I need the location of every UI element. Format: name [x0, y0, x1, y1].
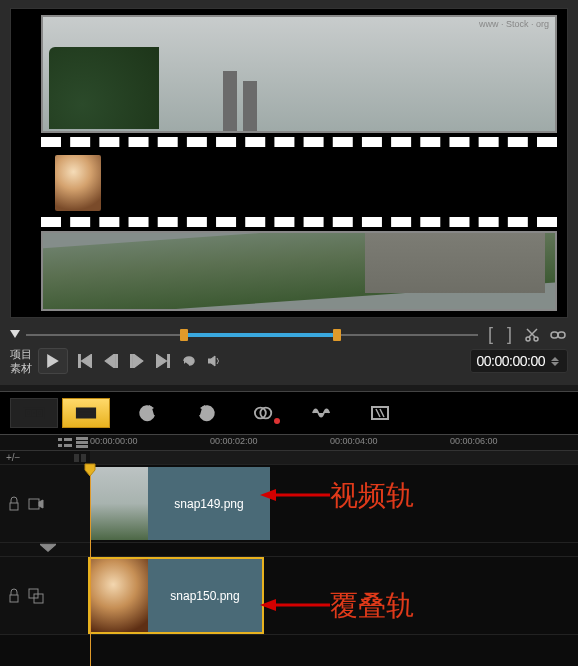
annotation-arrow	[260, 485, 330, 505]
playhead-marker-icon[interactable]	[10, 330, 20, 340]
play-button[interactable]	[38, 348, 68, 374]
project-mode-label[interactable]: 项目	[10, 347, 32, 361]
track-lock-icon[interactable]	[6, 496, 22, 512]
svg-marker-7	[105, 354, 114, 368]
svg-rect-2	[551, 332, 558, 338]
ruler-tick: 00:00:06:00	[450, 436, 498, 446]
zoom-tracks-icon[interactable]	[76, 437, 88, 449]
waveform-icon	[312, 403, 332, 423]
source-mode-label[interactable]: 素材	[10, 361, 32, 375]
mark-in-button[interactable]: [	[484, 324, 497, 345]
ruler-tick: 00:00:04:00	[330, 436, 378, 446]
svg-rect-34	[29, 499, 39, 509]
preview-watermark: www · Stock · org	[479, 19, 549, 29]
audio-mixer-button[interactable]	[302, 398, 342, 428]
preview-panel: www · Stock · org [ ] 项目	[0, 0, 578, 385]
svg-rect-29	[64, 444, 72, 447]
scrub-selection[interactable]	[180, 333, 334, 337]
redo-button[interactable]	[186, 398, 226, 428]
svg-rect-33	[10, 503, 18, 510]
mark-in-handle[interactable]	[180, 329, 188, 341]
svg-marker-41	[260, 489, 276, 501]
zoom-slider-row: +/−	[0, 451, 578, 465]
loop-button[interactable]	[178, 350, 200, 372]
svg-marker-43	[260, 599, 276, 611]
annotation-video-track: 视频轨	[330, 477, 414, 515]
timecode-value: 00:00:00:00	[477, 353, 545, 369]
svg-rect-30	[76, 437, 88, 440]
preview-layer-main: www · Stock · org	[41, 15, 557, 133]
timecode-down-button[interactable]	[551, 362, 559, 366]
svg-marker-10	[134, 354, 143, 368]
expand-tracks-icon[interactable]	[40, 542, 56, 558]
next-frame-button[interactable]	[126, 350, 148, 372]
scissors-icon	[524, 327, 540, 343]
skip-start-icon	[78, 354, 92, 368]
link-button[interactable]	[548, 325, 568, 345]
clip-filename: snap150.png	[148, 589, 262, 603]
go-start-button[interactable]	[74, 350, 96, 372]
timeline-icon	[75, 406, 97, 420]
ruler-tick: 00:00:00:00	[90, 436, 138, 446]
track-list-icon[interactable]	[58, 437, 72, 449]
frame-forward-icon	[130, 354, 144, 368]
preview-layer-filmstrip	[41, 137, 557, 227]
clip-thumbnail	[90, 467, 148, 540]
track-lock-icon[interactable]	[6, 588, 22, 604]
svg-rect-9	[130, 354, 132, 368]
svg-rect-5	[78, 354, 80, 368]
effects-icon	[370, 403, 390, 423]
overlay-track-icon	[28, 588, 44, 604]
clip-thumbnail	[90, 559, 148, 632]
record-button[interactable]	[244, 398, 284, 428]
clip-filename: snap149.png	[148, 497, 270, 511]
timecode-display[interactable]: 00:00:00:00	[470, 349, 568, 373]
mark-out-handle[interactable]	[333, 329, 341, 341]
svg-rect-27	[64, 438, 72, 441]
timeline-view-button[interactable]	[62, 398, 110, 428]
timeline-ruler[interactable]: 00:00:00:00 00:00:02:00 00:00:04:00 00:0…	[90, 435, 578, 450]
svg-rect-25	[372, 407, 388, 419]
svg-rect-26	[58, 438, 62, 441]
svg-rect-12	[168, 354, 170, 368]
go-end-button[interactable]	[152, 350, 174, 372]
preview-overlay-thumb	[55, 155, 101, 211]
video-clip[interactable]: snap149.png	[90, 467, 270, 540]
scrub-row: [ ]	[10, 324, 568, 345]
svg-rect-28	[58, 444, 62, 447]
svg-rect-16	[27, 410, 31, 416]
volume-button[interactable]	[204, 350, 226, 372]
effects-button[interactable]	[360, 398, 400, 428]
svg-marker-14	[208, 356, 215, 366]
record-icon	[254, 403, 274, 423]
undo-button[interactable]	[128, 398, 168, 428]
scrub-bar[interactable]	[26, 331, 478, 339]
timeline-tracks: snap149.png snap150.png 视频轨 覆叠轨	[0, 465, 578, 666]
svg-point-1	[534, 337, 538, 341]
svg-marker-36	[40, 544, 56, 551]
svg-rect-18	[38, 410, 42, 416]
preview-monitor: www · Stock · org	[10, 8, 568, 318]
svg-marker-4	[47, 354, 59, 368]
redo-icon	[196, 403, 216, 423]
timeline-toolbar	[0, 391, 578, 435]
svg-rect-17	[32, 410, 36, 416]
transport-row: 项目 素材 00:00:00:00	[10, 347, 568, 375]
storyboard-icon	[23, 406, 45, 420]
svg-marker-6	[82, 354, 93, 368]
overlay-track-header[interactable]	[0, 557, 90, 634]
svg-rect-8	[116, 354, 118, 368]
ruler-tick: 00:00:02:00	[210, 436, 258, 446]
frame-back-icon	[104, 354, 118, 368]
preview-layer-bottom	[41, 231, 557, 311]
skip-end-icon	[156, 354, 170, 368]
cut-clip-button[interactable]	[522, 325, 542, 345]
video-track-header[interactable]	[0, 465, 90, 542]
annotation-arrow	[260, 595, 330, 615]
mark-out-button[interactable]: ]	[503, 324, 516, 345]
storyboard-view-button[interactable]	[10, 398, 58, 428]
prev-frame-button[interactable]	[100, 350, 122, 372]
timecode-up-button[interactable]	[551, 357, 559, 361]
overlay-clip[interactable]: snap150.png	[90, 559, 262, 632]
svg-rect-3	[558, 332, 565, 338]
